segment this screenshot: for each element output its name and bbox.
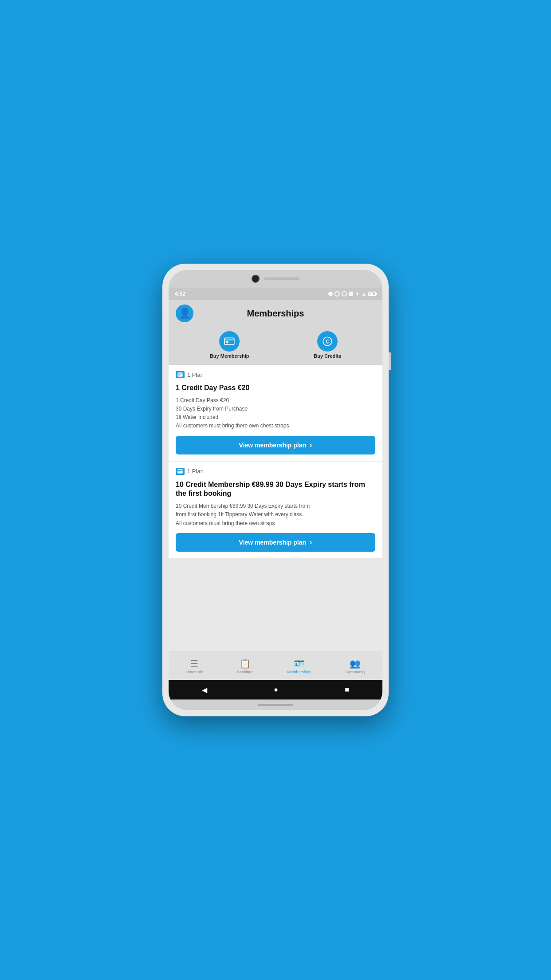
view-plan-button-1[interactable]: View membership plan › — [176, 436, 375, 454]
bookings-icon: 📋 — [240, 658, 251, 669]
card-plan-header-1: 1 Plan — [176, 371, 375, 380]
card-title-2: 10 Credit Membership €89.99 30 Days Expi… — [176, 480, 375, 499]
desc-line-2-1: from first booking 1lt Tipperary Water w… — [176, 511, 303, 518]
membership-svg-icon — [224, 336, 235, 347]
plan-count-1: 1 Plan — [187, 371, 204, 378]
phone-bottom-bar — [169, 699, 382, 710]
main-content: 1 Plan 1 Credit Day Pass €20 1 Credit Da… — [169, 365, 382, 652]
svg-rect-7 — [178, 375, 180, 375]
signal-icon: ▲ — [362, 291, 366, 296]
svg-rect-2 — [226, 341, 228, 343]
bottom-nav: ☰ Timetable 📋 Bookings 🪪 Memberships 👥 C… — [169, 652, 382, 680]
view-plan-label-1: View membership plan — [239, 442, 306, 449]
page-title: Memberships — [193, 308, 358, 319]
desc-line-1-3: All customers must bring there own chest… — [176, 423, 289, 429]
android-nav: ◀ ● ■ — [169, 680, 382, 699]
nav-bookings[interactable]: 📋 Bookings — [232, 656, 259, 677]
card-icon-2 — [177, 468, 183, 474]
svg-text:€: € — [326, 339, 329, 345]
desc-line-2-0: 10 Credit Membership €89.99 30 Days Expi… — [176, 503, 310, 509]
plan-icon-2 — [176, 468, 185, 475]
wifi-icon: ▼ — [355, 291, 360, 296]
status-icons: ▼ ▲ — [328, 291, 376, 296]
phone-top-bar — [169, 270, 382, 288]
svg-rect-10 — [178, 471, 180, 472]
avatar[interactable]: 👤 — [176, 304, 193, 322]
sync-icon — [342, 291, 347, 296]
card-description-2: 10 Credit Membership €89.99 30 Days Expi… — [176, 502, 375, 528]
timetable-label: Timetable — [185, 670, 203, 674]
buy-credits-label: Buy Credits — [314, 353, 341, 359]
android-recents-button[interactable]: ■ — [345, 686, 349, 694]
status-time: 4:52 — [175, 291, 185, 297]
card-icon-1 — [177, 371, 183, 378]
avatar-icon: 👤 — [179, 308, 191, 319]
buy-membership-icon — [219, 331, 240, 352]
speaker — [264, 277, 299, 280]
plan-icon-1 — [176, 371, 185, 378]
desc-line-1-1: 30 Days Expiry from Purchase — [176, 406, 248, 412]
chevron-right-icon-2: › — [310, 538, 312, 546]
android-back-button[interactable]: ◀ — [202, 686, 207, 694]
nav-community[interactable]: 👥 Community — [340, 656, 371, 677]
credits-svg-icon: € — [322, 336, 333, 347]
home-indicator — [258, 704, 293, 706]
membership-card-2: 1 Plan 10 Credit Membership €89.99 30 Da… — [169, 462, 382, 558]
settings-icon — [328, 292, 333, 296]
community-icon: 👥 — [350, 658, 361, 669]
buy-credits-icon: € — [317, 331, 338, 352]
phone-frame: 4:52 ▼ ▲ 👤 Memberships — [162, 264, 389, 716]
battery-icon — [368, 292, 376, 296]
buy-membership-button[interactable]: Buy Membership — [210, 331, 249, 359]
bookings-label: Bookings — [237, 670, 253, 674]
quick-actions: Buy Membership € Buy Credits — [169, 328, 382, 365]
svg-rect-5 — [177, 372, 183, 376]
card-title-1: 1 Credit Day Pass €20 — [176, 383, 375, 393]
app-header: 👤 Memberships — [169, 300, 382, 328]
desc-line-2-2: All customers must bring there own strap… — [176, 520, 275, 526]
view-plan-button-2[interactable]: View membership plan › — [176, 533, 375, 552]
memberships-icon: 🪪 — [294, 658, 305, 669]
nav-timetable[interactable]: ☰ Timetable — [180, 656, 208, 677]
card-plan-header-2: 1 Plan — [176, 468, 375, 477]
status-bar: 4:52 ▼ ▲ — [169, 288, 382, 300]
svg-rect-0 — [224, 338, 234, 344]
svg-rect-6 — [177, 374, 183, 375]
android-home-button[interactable]: ● — [274, 686, 278, 694]
vpn-icon — [335, 291, 340, 296]
svg-rect-8 — [177, 469, 183, 473]
buy-credits-button[interactable]: € Buy Credits — [314, 331, 341, 359]
svg-rect-9 — [177, 470, 183, 471]
desc-line-1-2: 1lt Water Included — [176, 414, 218, 420]
card-description-1: 1 Credit Day Pass €20 30 Days Expiry fro… — [176, 396, 375, 431]
volume-button — [389, 352, 391, 370]
view-plan-label-2: View membership plan — [239, 539, 306, 546]
nav-memberships[interactable]: 🪪 Memberships — [282, 656, 317, 677]
camera — [252, 275, 260, 283]
plan-count-2: 1 Plan — [187, 468, 204, 474]
chevron-right-icon-1: › — [310, 441, 312, 449]
membership-card-1: 1 Plan 1 Credit Day Pass €20 1 Credit Da… — [169, 365, 382, 461]
timetable-icon: ☰ — [190, 658, 198, 669]
memberships-label: Memberships — [287, 670, 311, 674]
buy-membership-label: Buy Membership — [210, 353, 249, 359]
community-label: Community — [345, 670, 366, 674]
download-icon — [349, 292, 353, 296]
desc-line-1-0: 1 Credit Day Pass €20 — [176, 397, 229, 403]
